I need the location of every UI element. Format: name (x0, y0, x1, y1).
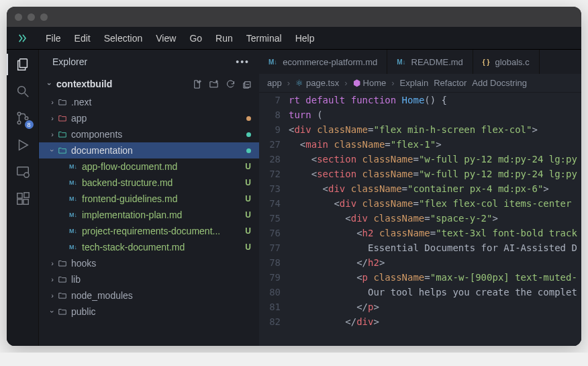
editor-area: M↓ecommerce-platform.mdM↓README.md{ }glo… (259, 50, 581, 346)
source-control-activity-icon[interactable]: 8 (13, 109, 32, 128)
code-line[interactable]: </h2> (289, 255, 581, 270)
line-number: 80 (259, 285, 281, 300)
file-type-icon: { } (483, 58, 490, 66)
editor-tab-bar: M↓ecommerce-platform.mdM↓README.md{ }glo… (259, 50, 581, 74)
code-line[interactable]: <div className="flex min-h-screen flex-c… (289, 122, 581, 137)
file-row[interactable]: M↓implementation-plan.mdU (39, 207, 259, 223)
svg-point-3 (17, 121, 21, 124)
menu-edit[interactable]: Edit (68, 30, 97, 46)
menu-view[interactable]: View (149, 30, 183, 46)
svg-point-4 (25, 117, 28, 120)
remote-activity-icon[interactable] (13, 163, 32, 181)
chevron-right-icon: › (48, 98, 56, 106)
code-line[interactable]: Our tool helps you create the complet (289, 285, 581, 300)
refresh-icon[interactable] (226, 79, 236, 89)
folder-row[interactable]: ›node_modules (39, 287, 259, 304)
code-line[interactable]: <section className="w-full py-12 md:py-2… (289, 167, 581, 181)
folder-row[interactable]: ›components (39, 126, 259, 142)
file-label: app-flow-document.md (82, 161, 240, 172)
code-action-add-docstring[interactable]: Add Docstring (472, 78, 527, 88)
menu-go[interactable]: Go (183, 30, 209, 46)
chevron-down-icon: › (48, 308, 56, 316)
maximize-window-button[interactable] (40, 13, 48, 21)
folder-label: components (71, 129, 240, 140)
file-row[interactable]: M↓backend-structure.mdU (39, 175, 259, 191)
search-activity-icon[interactable] (13, 82, 32, 101)
git-status-indicator: U (240, 162, 251, 171)
folder-label: documentation (71, 145, 240, 156)
breadcrumb-bar: app›⚛page.tsx›⬢Home›ExplainRefactorAdd D… (259, 74, 581, 93)
new-folder-icon[interactable] (209, 79, 219, 89)
folder-row[interactable]: ›hooks (39, 255, 259, 271)
run-debug-activity-icon[interactable] (13, 136, 32, 154)
svg-point-2 (17, 112, 21, 116)
file-row[interactable]: M↓frontend-guidelines.mdU (39, 191, 259, 207)
code-line[interactable]: <main className="flex-1"> (289, 137, 581, 152)
folder-icon (56, 97, 68, 107)
line-number: 81 (259, 300, 281, 314)
chevron-right-icon: › (48, 130, 56, 138)
file-row[interactable]: M↓project-requirements-document...U (39, 223, 259, 239)
chevron-right-icon: › (48, 259, 56, 267)
folder-row[interactable]: ›documentation (39, 142, 259, 158)
line-number: 27 (259, 137, 281, 152)
window-titlebar (7, 7, 581, 27)
svg-rect-7 (17, 193, 21, 198)
workbench-body: 8 Explorer ••• › contextbuild (7, 50, 581, 346)
line-number: 79 (259, 270, 281, 285)
code-line[interactable]: rt default function Home() { (289, 93, 581, 107)
breadcrumb-segment[interactable]: app (267, 78, 282, 88)
menu-terminal[interactable]: Terminal (240, 30, 289, 46)
menu-file[interactable]: File (39, 30, 68, 46)
code-line[interactable]: </div> (289, 314, 581, 329)
editor-tab[interactable]: M↓README.md (387, 50, 473, 74)
folder-row[interactable]: ›lib (39, 271, 259, 287)
breadcrumb-segment[interactable]: ⚛page.tsx (295, 78, 339, 88)
file-row[interactable]: M↓tech-stack-document.mdU (39, 239, 259, 255)
file-tree: ›.next›app›components›documentationM↓app… (39, 94, 259, 346)
file-label: backend-structure.md (82, 177, 240, 188)
markdown-file-icon: M↓ (67, 179, 79, 186)
editor-tab[interactable]: { }globals.c (473, 50, 540, 74)
breadcrumb-segment[interactable]: ⬢Home (353, 78, 387, 88)
folder-row[interactable]: ›public (39, 304, 259, 320)
svg-rect-8 (17, 199, 21, 204)
code-line[interactable]: <div className="space-y-2"> (289, 211, 581, 226)
editor-tab[interactable]: M↓ecommerce-platform.md (259, 50, 387, 74)
project-root-row[interactable]: › contextbuild (39, 74, 259, 94)
explorer-title: Explorer (52, 56, 87, 67)
minimize-window-button[interactable] (28, 13, 35, 21)
code-lines[interactable]: rt default function Home() {turn (<div c… (289, 93, 581, 346)
new-file-icon[interactable] (192, 79, 202, 89)
code-line[interactable]: <div className="flex flex-col items-cent… (289, 196, 581, 211)
explorer-more-icon[interactable]: ••• (236, 56, 250, 67)
code-line[interactable]: <h2 className="text-3xl font-bold track (289, 226, 581, 240)
folder-icon (56, 307, 68, 316)
extensions-activity-icon[interactable] (13, 189, 32, 208)
folder-row[interactable]: ›app (39, 110, 259, 126)
menu-run[interactable]: Run (209, 30, 240, 46)
code-line[interactable]: Essential Documents for AI-Assisted D (289, 240, 581, 255)
collapse-all-icon[interactable] (242, 79, 252, 89)
code-editor[interactable]: 78927287273747576777879808182 rt default… (259, 93, 581, 346)
folder-label: hooks (71, 258, 240, 269)
chevron-right-icon: › (48, 291, 56, 300)
explorer-activity-icon[interactable] (13, 55, 32, 74)
symbol-icon: ⬢ (353, 78, 360, 88)
svg-point-6 (23, 173, 28, 177)
file-row[interactable]: M↓app-flow-document.mdU (39, 158, 259, 175)
code-action-explain[interactable]: Explain (400, 78, 429, 88)
code-line[interactable]: <div className="container px-4 md:px-6"> (289, 181, 581, 196)
line-number: 73 (259, 181, 281, 196)
code-line[interactable]: turn ( (289, 107, 581, 122)
code-line[interactable]: <p className="max-w-[900px] text-muted- (289, 270, 581, 285)
folder-row[interactable]: ›.next (39, 94, 259, 110)
code-action-refactor[interactable]: Refactor (434, 78, 467, 88)
code-line[interactable]: </p> (289, 300, 581, 314)
code-line[interactable]: <section className="w-full py-12 md:py-2… (289, 152, 581, 167)
menu-help[interactable]: Help (289, 30, 322, 46)
menu-selection[interactable]: Selection (97, 30, 150, 46)
svg-point-1 (17, 87, 25, 94)
explorer-header: Explorer ••• (39, 50, 259, 74)
close-window-button[interactable] (15, 13, 22, 21)
